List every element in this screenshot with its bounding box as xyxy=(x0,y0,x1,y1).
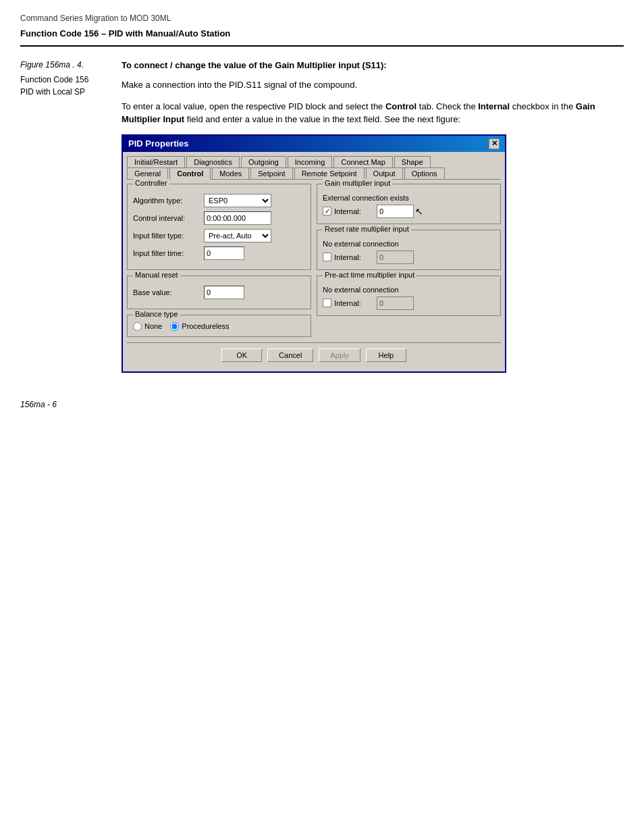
none-radio-label[interactable]: None xyxy=(133,322,162,331)
para2: To enter a local value, open the respect… xyxy=(122,100,624,126)
function-code-label: Function Code 156 xyxy=(20,75,108,84)
dialog-body: Initial/Restart Diagnostics Outgoing Inc… xyxy=(123,152,505,371)
tab-output[interactable]: Output xyxy=(366,167,403,180)
tab-general[interactable]: General xyxy=(127,167,168,180)
preact-time-internal-checkbox[interactable] xyxy=(323,298,331,307)
interval-label: Control interval: xyxy=(133,214,204,222)
gain-internal-row: ✓ Internal: ↖ xyxy=(323,205,495,218)
tab-options[interactable]: Options xyxy=(404,167,445,180)
filter-type-row: Input filter type: Pre-act, Auto xyxy=(133,229,305,242)
tab-row-2: General Control Modes Setpoint Remote Se… xyxy=(127,167,501,179)
tab-bar-row1: Initial/Restart Diagnostics Outgoing Inc… xyxy=(127,156,501,180)
tab-diagnostics[interactable]: Diagnostics xyxy=(186,156,240,168)
main-content: To connect / change the value of the Gai… xyxy=(122,60,624,373)
reset-rate-internal-checkbox-label[interactable]: Internal: xyxy=(323,253,377,261)
controller-group: Controller Algorithm type: ESP0 xyxy=(127,184,311,270)
reset-rate-title: Reset rate multiplier input xyxy=(323,225,411,233)
content-area: Figure 156ma . 4. Function Code 156 PID … xyxy=(20,60,624,373)
balance-radio-row: None Procedureless xyxy=(133,322,305,331)
filter-type-select[interactable]: Pre-act, Auto xyxy=(204,229,271,242)
page-footer: 156ma - 6 xyxy=(20,400,624,409)
procedureless-radio-label[interactable]: Procedureless xyxy=(170,322,229,331)
reset-rate-internal-checkbox[interactable] xyxy=(323,253,331,261)
none-radio[interactable] xyxy=(133,322,142,331)
page-container: Command Series Migration to MOD 30ML Fun… xyxy=(0,0,644,423)
gain-internal-checkbox[interactable]: ✓ xyxy=(323,207,331,215)
manual-reset-group: Manual reset Base value: xyxy=(127,276,311,309)
gain-multiplier-group: Gain multiplier input External connectio… xyxy=(317,184,501,224)
doc-header: Command Series Migration to MOD 30ML xyxy=(20,14,624,23)
dialog-left: Controller Algorithm type: ESP0 xyxy=(127,184,311,342)
dialog-close-button[interactable]: ✕ xyxy=(489,138,500,149)
dialog-right: Gain multiplier input External connectio… xyxy=(317,184,501,342)
tab-modes[interactable]: Modes xyxy=(212,167,249,180)
tab-row-1: Initial/Restart Diagnostics Outgoing Inc… xyxy=(127,156,501,167)
ok-button[interactable]: OK xyxy=(221,348,262,362)
preact-time-group: Pre-act time multiplier input No externa… xyxy=(317,276,501,316)
interval-input[interactable] xyxy=(204,211,271,225)
tab-initial-restart[interactable]: Initial/Restart xyxy=(127,156,185,168)
algorithm-select[interactable]: ESP0 xyxy=(204,194,271,207)
gain-internal-checkbox-label[interactable]: ✓ Internal: xyxy=(323,207,377,215)
balance-type-title: Balance type xyxy=(133,310,180,318)
preact-time-title: Pre-act time multiplier input xyxy=(323,271,417,279)
tab-incoming[interactable]: Incoming xyxy=(288,156,333,168)
reset-rate-internal-label: Internal: xyxy=(334,253,361,261)
reset-rate-internal-row: Internal: xyxy=(323,251,495,264)
gain-multiplier-title: Gain multiplier input xyxy=(323,179,392,187)
tab-setpoint[interactable]: Setpoint xyxy=(250,167,292,180)
filter-type-label: Input filter type: xyxy=(133,232,204,240)
tab-remote-setpoint[interactable]: Remote Setpoint xyxy=(294,167,365,180)
dialog-footer: OK Cancel Apply Help xyxy=(127,342,501,367)
pid-label: PID with Local SP xyxy=(20,87,108,97)
preact-time-internal-input[interactable] xyxy=(377,296,414,310)
tab-shape[interactable]: Shape xyxy=(394,156,431,168)
tab-connect-map[interactable]: Connect Map xyxy=(333,156,392,168)
sidebar: Figure 156ma . 4. Function Code 156 PID … xyxy=(20,60,108,373)
algorithm-label: Algorithm type: xyxy=(133,197,204,205)
manual-reset-title: Manual reset xyxy=(133,271,180,279)
algorithm-row: Algorithm type: ESP0 xyxy=(133,194,305,207)
dialog-titlebar: PID Properties ✕ xyxy=(123,136,505,152)
preact-time-internal-checkbox-label[interactable]: Internal: xyxy=(323,298,377,307)
dialog-title: PID Properties xyxy=(128,138,189,149)
apply-button[interactable]: Apply xyxy=(319,348,360,362)
pid-properties-dialog: PID Properties ✕ Initial/Restart Diagnos… xyxy=(122,134,506,373)
reset-rate-internal-input[interactable] xyxy=(377,251,414,264)
instruction-title: To connect / change the value of the Gai… xyxy=(122,60,624,70)
figure-label: Figure 156ma . 4. xyxy=(20,60,108,70)
divider xyxy=(20,45,624,47)
preact-time-connection-status: No external connection xyxy=(323,286,495,294)
preact-time-internal-label: Internal: xyxy=(334,299,361,307)
filter-time-label: Input filter time: xyxy=(133,249,204,257)
filter-time-input[interactable] xyxy=(204,246,244,260)
dialog-cols: Controller Algorithm type: ESP0 xyxy=(127,184,501,342)
tab-control[interactable]: Control xyxy=(169,167,211,180)
filter-time-row: Input filter time: xyxy=(133,246,305,260)
tab-outgoing[interactable]: Outgoing xyxy=(241,156,286,168)
reset-rate-connection-status: No external connection xyxy=(323,240,495,248)
none-label: None xyxy=(144,322,162,330)
interval-row: Control interval: xyxy=(133,211,305,225)
base-value-input[interactable] xyxy=(204,286,244,299)
preact-time-internal-row: Internal: xyxy=(323,296,495,310)
doc-subtitle: Function Code 156 – PID with Manual/Auto… xyxy=(20,28,624,38)
base-value-row: Base value: xyxy=(133,286,305,299)
gain-connection-status: External connection exists xyxy=(323,194,495,202)
gain-internal-label: Internal: xyxy=(334,207,361,215)
reset-rate-group: Reset rate multiplier input No external … xyxy=(317,230,501,270)
controller-title: Controller xyxy=(133,179,169,187)
cancel-button[interactable]: Cancel xyxy=(267,348,313,362)
procedureless-radio[interactable] xyxy=(170,322,179,331)
para1: Make a connection into the PID.S11 signa… xyxy=(122,78,624,92)
cursor-indicator: ↖ xyxy=(415,206,423,217)
balance-type-group: Balance type None Procedureless xyxy=(127,315,311,337)
help-button[interactable]: Help xyxy=(366,348,406,362)
base-value-label: Base value: xyxy=(133,288,204,296)
gain-internal-input[interactable] xyxy=(377,205,414,218)
procedureless-label: Procedureless xyxy=(182,322,229,330)
